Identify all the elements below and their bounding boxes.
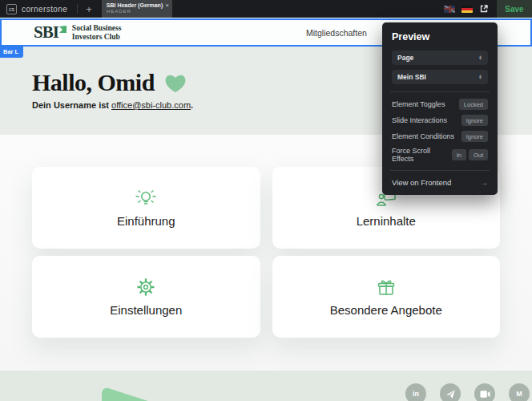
row-element-toggles: Element Toggles Locked [392, 99, 488, 110]
lightbulb-icon [134, 188, 158, 209]
tab-title: SBI Header (German) [107, 2, 167, 8]
card-einfuehrung[interactable]: Einführung [32, 167, 260, 249]
card-label: Einstellungen [110, 303, 182, 317]
linkedin-icon[interactable]: in [405, 383, 426, 401]
row-label: Force Scroll Effects [392, 147, 452, 163]
footer-section: in M [0, 371, 532, 401]
username-line: Dein Username ist office@sbi-club.com. [32, 100, 193, 110]
view-on-frontend-link[interactable]: View on Frontend → [392, 178, 488, 187]
save-button[interactable]: Save [497, 0, 532, 18]
cornerstone-builder: cs cornerstone + SBI Header (German) HEA… [0, 0, 532, 401]
username-suffix: . [191, 100, 193, 110]
row-force-scroll-effects: Force Scroll Effects In Out [392, 147, 488, 163]
tab-subtitle: HEADER [107, 9, 167, 14]
locked-toggle-button[interactable]: Locked [459, 99, 488, 110]
cornerstone-logo-text: cornerstone [22, 5, 67, 14]
telegram-icon[interactable] [440, 383, 461, 401]
footer-flag-shape [100, 383, 153, 401]
row-label: Slide Interactions [392, 116, 447, 124]
panel-divider [390, 170, 490, 171]
site-logo-name: Social Business Investors Club [72, 24, 122, 41]
m-icon[interactable]: M [509, 383, 530, 401]
scroll-out-button[interactable]: Out [469, 149, 488, 160]
language-flag-german[interactable] [461, 6, 473, 13]
builder-topbar: cs cornerstone + SBI Header (German) HEA… [0, 0, 532, 18]
preview-panel: Preview Page ▲▼ Mein SBI ▲▼ Element Togg… [382, 22, 498, 195]
email-link[interactable]: office@sbi-club.com [111, 100, 191, 110]
row-element-conditions: Element Conditions Ignore [392, 131, 488, 142]
site-logo-name-line2: Investors Club [72, 33, 120, 41]
row-label: Element Conditions [392, 132, 454, 140]
scroll-in-button[interactable]: In [452, 149, 466, 160]
social-links: in M [405, 383, 530, 401]
video-icon[interactable] [474, 383, 495, 401]
tab-close-icon[interactable]: × [165, 2, 169, 9]
ignore-toggle-button[interactable]: Ignore [461, 115, 488, 126]
row-slide-interactions: Slide Interactions Ignore [392, 115, 488, 126]
view-on-frontend-label: View on Frontend [392, 178, 451, 187]
green-heart-icon [164, 73, 187, 93]
arrow-right-icon: → [480, 178, 488, 187]
new-tab-button[interactable]: + [86, 4, 92, 14]
row-label: Element Toggles [392, 100, 445, 108]
topbar-divider [77, 4, 78, 14]
card-label: Einführung [117, 214, 175, 228]
nav-item-mitgliedschaften[interactable]: Mitgliedschaften [306, 28, 367, 38]
site-logo-name-line1: Social Business [72, 24, 122, 32]
username-prefix: Dein Username ist [32, 100, 111, 110]
card-label: Besondere Angebote [330, 303, 442, 317]
tab-sbi-header-german[interactable]: SBI Header (German) HEADER × [102, 0, 172, 18]
site-logo-flag-icon [59, 26, 66, 33]
card-label: Lerninhalte [357, 214, 416, 228]
preview-page-value: Mein SBI [397, 73, 426, 81]
preview-panel-title: Preview [392, 31, 488, 43]
preview-page-select[interactable]: Mein SBI ▲▼ [392, 70, 488, 84]
gift-icon [375, 277, 397, 298]
gear-icon [135, 277, 156, 298]
element-badge-bar-l: Bar L [0, 47, 23, 58]
language-flag-uk[interactable] [444, 6, 455, 13]
preview-type-select[interactable]: Page ▲▼ [392, 51, 488, 65]
greeting-text: Hallo, Omid [32, 69, 155, 96]
card-einstellungen[interactable]: Einstellungen [32, 256, 260, 338]
card-besondere-angebote[interactable]: Besondere Angebote [272, 256, 501, 338]
preview-type-value: Page [397, 54, 413, 62]
open-external-icon[interactable] [479, 4, 489, 14]
panel-divider [390, 91, 490, 92]
chevron-updown-icon: ▲▼ [478, 55, 482, 61]
site-logo-acronym: SBI [34, 24, 58, 41]
ignore-toggle-button[interactable]: Ignore [461, 131, 488, 142]
chevron-updown-icon: ▲▼ [478, 75, 482, 80]
site-logo[interactable]: SBI Social Business Investors Club [34, 24, 121, 41]
cornerstone-logo-icon: cs [6, 4, 17, 14]
greeting-heading: Hallo, Omid [32, 69, 187, 96]
